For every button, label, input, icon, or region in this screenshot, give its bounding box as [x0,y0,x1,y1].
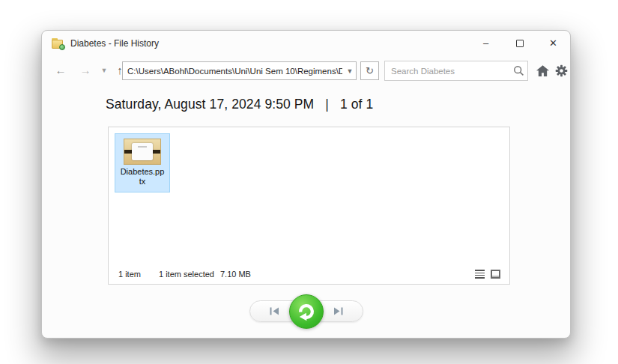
version-position: 1 of 1 [340,97,373,112]
restore-button[interactable] [289,294,324,329]
heading-separator: | [325,97,329,112]
minimize-icon: – [483,37,488,49]
window-title: Diabetes - File History [70,38,159,49]
selected-size: 7.10 MB [220,270,251,279]
settings-button[interactable] [554,64,569,78]
version-datetime: Saturday, August 17, 2024 9:50 PM [106,97,314,112]
file-history-folder-icon [52,38,64,49]
window-controls: – ✕ [469,31,570,55]
item-count: 1 item [118,270,141,279]
restore-icon [296,301,317,322]
file-list-panel: Diabetes.pptx 1 item 1 item selected 7.1… [108,127,510,285]
forward-icon[interactable]: → [78,61,93,79]
search-icon[interactable] [509,65,527,76]
recent-locations-chevron-icon[interactable]: ▼ [100,61,109,79]
home-button[interactable] [536,64,550,78]
status-bar: 1 item 1 item selected 7.10 MB [109,264,509,284]
search-input[interactable] [385,67,509,76]
gear-icon [555,64,568,77]
large-icons-view-icon[interactable] [491,270,500,279]
minimize-button[interactable]: – [469,31,503,55]
file-history-window: Diabetes - File History – ✕ ← → ▼ ↑ [41,30,571,339]
address-dropdown-icon[interactable]: ▼ [344,67,356,75]
refresh-icon: ↻ [366,65,374,76]
previous-version-icon [270,307,279,315]
version-heading: Saturday, August 17, 2024 9:50 PM | 1 of… [106,97,373,112]
home-icon [536,65,549,77]
navigation-icons: ← → ▼ ↑ [53,61,127,79]
refresh-button[interactable]: ↻ [360,61,379,80]
address-bar[interactable]: ▼ [122,61,357,80]
close-button[interactable]: ✕ [536,31,570,55]
maximize-icon [516,40,524,47]
toolbar: ← → ▼ ↑ ▼ ↻ [42,55,570,87]
selected-count: 1 item selected [159,270,214,279]
close-icon: ✕ [549,37,557,49]
maximize-button[interactable] [503,31,536,55]
view-toggles [475,270,500,279]
powerpoint-thumbnail-icon [124,139,161,165]
file-item-diabetes-pptx[interactable]: Diabetes.pptx [115,133,170,192]
next-version-icon [333,307,343,315]
address-input[interactable] [123,67,344,76]
title-bar: Diabetes - File History – ✕ [42,31,570,55]
file-name-label: Diabetes.pptx [120,167,165,186]
back-icon[interactable]: ← [53,61,68,79]
details-view-icon[interactable] [475,270,485,278]
screenshot-stage: Diabetes - File History – ✕ ← → ▼ ↑ [0,0,618,364]
search-box[interactable] [384,61,528,81]
